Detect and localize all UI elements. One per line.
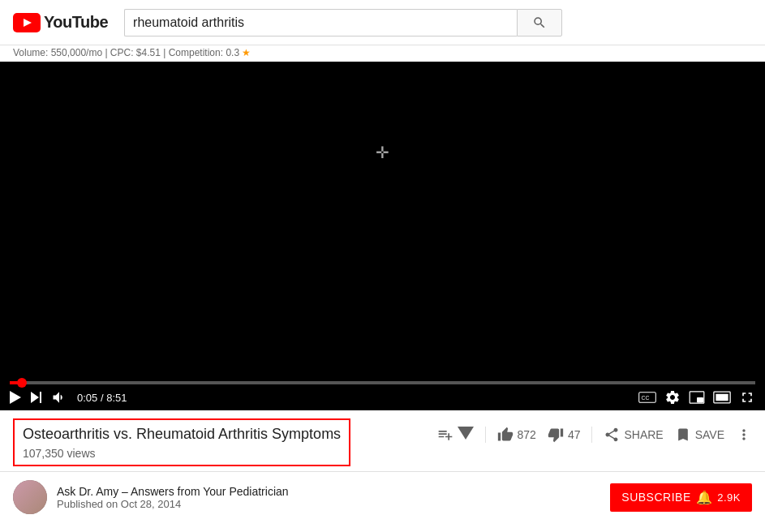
video-actions: 872 47 SHARE SAVE — [437, 427, 752, 443]
next-button[interactable] — [31, 392, 41, 403]
like-count: 872 — [518, 428, 536, 441]
channel-published: Published on Oct 28, 2014 — [57, 498, 289, 510]
settings-icon — [664, 389, 681, 405]
caret-icon — [458, 427, 474, 443]
svg-text:CC: CC — [641, 395, 649, 401]
progress-bar[interactable] — [10, 381, 755, 384]
fullscreen-icon — [739, 389, 755, 405]
channel-info: Ask Dr. Amy – Answers from Your Pediatri… — [57, 485, 289, 510]
video-content: ✛ — [0, 62, 765, 410]
add-to-playlist-button[interactable] — [437, 427, 474, 443]
fullscreen-button[interactable] — [739, 389, 755, 405]
search-button[interactable] — [517, 9, 562, 36]
cc-button[interactable]: CC — [638, 391, 656, 404]
channel-section: Ask Dr. Amy – Answers from Your Pediatri… — [0, 472, 765, 522]
more-button[interactable] — [736, 427, 752, 443]
video-controls: 0:05 / 8:51 CC — [0, 381, 765, 410]
more-icon — [736, 427, 752, 443]
play-button[interactable] — [10, 391, 21, 404]
subscribe-label: SUBSCRIBE — [621, 491, 690, 504]
crosshair: ✛ — [376, 143, 389, 162]
time-total: 8:51 — [106, 392, 127, 404]
subscribe-button[interactable]: SUBSCRIBE 🔔 2.9K — [610, 483, 752, 512]
volume-button[interactable] — [51, 389, 67, 405]
share-button[interactable]: SHARE — [604, 427, 663, 443]
video-info-section: Osteoarthritis vs. Rheumatoid Arthritis … — [0, 410, 765, 472]
action-separator-1 — [485, 427, 486, 443]
view-count: 107,350 views — [23, 447, 341, 460]
controls-left: 0:05 / 8:51 — [10, 389, 127, 405]
playlist-add-icon — [437, 427, 453, 443]
youtube-logo-text: YouTube — [44, 13, 108, 32]
like-button[interactable]: 872 — [497, 427, 536, 443]
controls-right: CC — [638, 389, 755, 405]
dislike-count: 47 — [568, 428, 581, 441]
channel-name[interactable]: Ask Dr. Amy – Answers from Your Pediatri… — [57, 485, 289, 498]
volume-icon — [51, 389, 67, 405]
search-bar — [124, 9, 562, 36]
settings-button[interactable] — [664, 389, 681, 405]
video-title: Osteoarthritis vs. Rheumatoid Arthritis … — [23, 425, 341, 444]
svg-rect-21 — [716, 394, 728, 401]
channel-left: Ask Dr. Amy – Answers from Your Pediatri… — [13, 480, 289, 514]
progress-dot — [17, 378, 27, 388]
next-icon — [31, 392, 41, 403]
search-input[interactable] — [124, 9, 517, 36]
bell-icon: 🔔 — [696, 490, 713, 505]
share-label: SHARE — [624, 428, 663, 441]
dislike-icon — [548, 427, 564, 443]
cc-icon: CC — [638, 391, 656, 404]
svg-marker-22 — [458, 427, 474, 440]
save-icon — [675, 427, 691, 443]
controls-row: 0:05 / 8:51 CC — [10, 389, 755, 405]
action-separator-2 — [591, 427, 592, 443]
theater-icon — [713, 391, 731, 404]
keyword-bar: Volume: 550,000/mo | CPC: $4.51 | Compet… — [0, 45, 765, 62]
youtube-logo-icon — [13, 13, 41, 32]
svg-rect-19 — [697, 397, 703, 402]
star-icon: ★ — [242, 47, 251, 58]
dislike-button[interactable]: 47 — [548, 427, 581, 443]
play-icon — [10, 391, 21, 404]
keyword-stats: Volume: 550,000/mo | CPC: $4.51 | Compet… — [13, 47, 239, 58]
like-icon — [497, 427, 514, 443]
video-player[interactable]: ✛ 0:05 / — [0, 62, 765, 410]
time-current: 0:05 — [77, 392, 97, 404]
progress-fill — [10, 381, 17, 384]
video-title-row: Osteoarthritis vs. Rheumatoid Arthritis … — [13, 418, 752, 466]
youtube-logo[interactable]: YouTube — [13, 13, 108, 32]
channel-avatar — [13, 480, 47, 514]
subscriber-count: 2.9K — [717, 491, 741, 504]
video-title-box: Osteoarthritis vs. Rheumatoid Arthritis … — [13, 418, 350, 466]
save-button[interactable]: SAVE — [675, 427, 724, 443]
search-icon — [532, 15, 547, 30]
header: YouTube — [0, 0, 765, 45]
share-icon — [604, 427, 620, 443]
save-label: SAVE — [695, 428, 724, 441]
theater-button[interactable] — [713, 391, 731, 404]
time-display: 0:05 / 8:51 — [77, 392, 127, 404]
miniplayer-icon — [689, 391, 705, 404]
miniplayer-button[interactable] — [689, 391, 705, 404]
channel-avatar-image — [13, 480, 47, 514]
